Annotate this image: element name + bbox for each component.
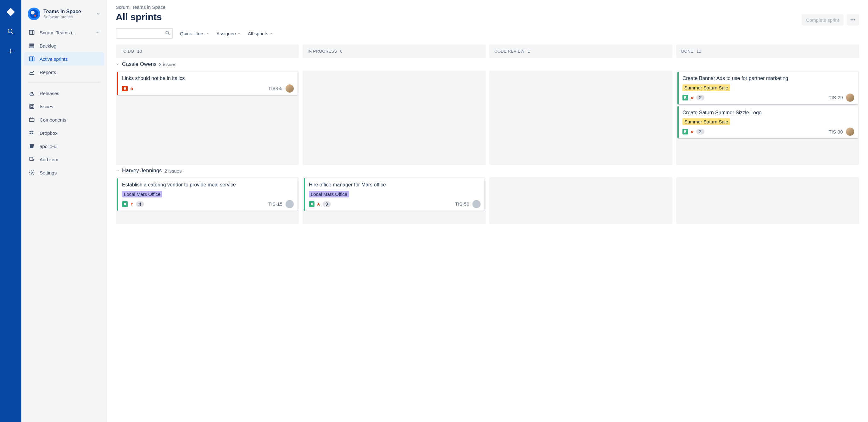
- sidebar-item-dropbox[interactable]: Dropbox: [24, 126, 104, 140]
- column-body-done[interactable]: [676, 177, 859, 224]
- nav-label: Reports: [40, 69, 56, 75]
- swimlane-header[interactable]: Harvey Jennings 2 issues: [116, 168, 859, 174]
- column-body-done[interactable]: Create Banner Ads to use for partner mar…: [676, 71, 859, 165]
- search-icon[interactable]: [5, 26, 17, 37]
- svg-line-1: [12, 32, 13, 34]
- sidebar-item-settings[interactable]: Settings: [24, 166, 104, 179]
- chevron-down-icon: [116, 62, 120, 66]
- nav-label: Backlog: [40, 43, 56, 49]
- swimlane-name: Cassie Owens: [122, 61, 157, 67]
- bitbucket-icon: [28, 143, 35, 149]
- column-body-todo[interactable]: Links should not be in italics TIS-55: [116, 71, 299, 165]
- filter-bar: Quick filters Assignee All sprints: [116, 28, 859, 39]
- board-selector[interactable]: Scrum: Teams i...: [24, 26, 104, 39]
- svg-rect-17: [30, 104, 34, 108]
- svg-rect-10: [30, 44, 34, 45]
- chevron-down-icon: [270, 31, 273, 35]
- card-title: Hire office manager for Mars office: [309, 181, 480, 188]
- story-type-icon: [682, 95, 688, 101]
- column-name: TO DO: [121, 49, 134, 54]
- issue-key: TIS-30: [829, 129, 843, 135]
- column-name: DONE: [681, 49, 693, 54]
- svg-point-28: [854, 19, 855, 20]
- jira-logo-icon[interactable]: [5, 6, 17, 18]
- sidebar-item-components[interactable]: Components: [24, 113, 104, 126]
- svg-rect-7: [30, 30, 34, 34]
- sidebar-item-reports[interactable]: Reports: [24, 65, 104, 79]
- sidebar-item-apollo-ui[interactable]: apollo-ui: [24, 140, 104, 153]
- swimlane-row: Links should not be in italics TIS-55: [116, 71, 859, 165]
- main-content: Scrum: Teams in Space All sprints Comple…: [107, 0, 868, 422]
- story-points-badge: 9: [323, 201, 331, 207]
- project-avatar-icon: [28, 7, 40, 20]
- create-icon[interactable]: [5, 45, 17, 57]
- card-label: Local Mars Office: [122, 191, 162, 197]
- card-label: Summer Saturn Sale: [682, 118, 730, 125]
- column-body-codereview[interactable]: [489, 177, 672, 224]
- quick-filters-dropdown[interactable]: Quick filters: [180, 31, 210, 36]
- column-body-inprogress[interactable]: Hire office manager for Mars office Loca…: [303, 177, 486, 224]
- project-switcher[interactable]: Teams in Space Software project: [24, 5, 104, 23]
- priority-highest-icon: [690, 130, 694, 134]
- column-header-todo[interactable]: TO DO 13: [116, 45, 299, 58]
- priority-highest-icon: [316, 202, 321, 206]
- assignee-avatar[interactable]: [846, 93, 854, 102]
- search-input-wrapper: [116, 28, 173, 39]
- svg-rect-18: [31, 106, 33, 108]
- complete-sprint-button[interactable]: Complete sprint: [802, 14, 843, 26]
- nav-label: Components: [40, 117, 66, 122]
- chevron-down-icon: [206, 31, 210, 35]
- nav-label: apollo-ui: [40, 144, 58, 149]
- nav-label: Issues: [40, 104, 53, 109]
- column-body-inprogress[interactable]: [303, 71, 486, 165]
- card-title: Establish a catering vendor to provide m…: [122, 181, 294, 188]
- nav-label: Releases: [40, 91, 59, 96]
- sidebar-item-backlog[interactable]: Backlog: [24, 39, 104, 52]
- issue-card[interactable]: Create Saturn Summer Sizzle Logo Summer …: [677, 106, 858, 139]
- issue-card[interactable]: Hire office manager for Mars office Loca…: [304, 178, 484, 211]
- assignee-avatar[interactable]: [472, 200, 480, 208]
- column-header-inprogress[interactable]: IN PROGRESS 6: [303, 45, 486, 58]
- sidebar-item-add-item[interactable]: Add item: [24, 153, 104, 166]
- assignee-avatar[interactable]: [285, 84, 294, 92]
- nav-label: Add item: [40, 157, 58, 162]
- column-body-codereview[interactable]: [489, 71, 672, 165]
- assignee-avatar[interactable]: [285, 200, 294, 208]
- chevron-down-icon: [116, 169, 120, 173]
- ship-icon: [28, 90, 35, 97]
- search-input[interactable]: [116, 28, 173, 39]
- reports-icon: [28, 69, 35, 76]
- svg-point-25: [31, 172, 33, 173]
- svg-point-6: [34, 15, 36, 17]
- chevron-down-icon: [95, 30, 100, 35]
- dropbox-icon: [28, 130, 35, 136]
- swimlane-name: Harvey Jennings: [122, 168, 162, 174]
- svg-point-31: [124, 87, 126, 90]
- nav-label: Dropbox: [40, 131, 58, 136]
- global-navigation-rail: [0, 0, 21, 422]
- more-actions-button[interactable]: [847, 14, 859, 26]
- priority-highest-icon: [130, 86, 134, 91]
- sprints-dropdown[interactable]: All sprints: [248, 31, 273, 36]
- issue-key: TIS-15: [268, 201, 282, 206]
- chevron-down-icon: [96, 12, 100, 16]
- assignee-avatar[interactable]: [846, 128, 854, 136]
- issue-key: TIS-55: [268, 86, 282, 91]
- column-header-codereview[interactable]: CODE REVIEW 1: [489, 45, 672, 58]
- svg-point-5: [31, 11, 35, 15]
- column-body-todo[interactable]: Establish a catering vendor to provide m…: [116, 177, 299, 224]
- sidebar-item-releases[interactable]: Releases: [24, 87, 104, 100]
- sidebar-item-issues[interactable]: Issues: [24, 100, 104, 113]
- column-header-done[interactable]: DONE 11: [676, 45, 859, 58]
- issue-card[interactable]: Create Banner Ads to use for partner mar…: [677, 72, 858, 104]
- card-label: Summer Saturn Sale: [682, 84, 730, 91]
- filter-label: All sprints: [248, 31, 268, 36]
- assignee-dropdown[interactable]: Assignee: [216, 31, 241, 36]
- backlog-icon: [28, 42, 35, 49]
- issue-key: TIS-50: [455, 201, 469, 206]
- issue-card[interactable]: Establish a catering vendor to provide m…: [117, 178, 298, 211]
- issue-card[interactable]: Links should not be in italics TIS-55: [117, 72, 298, 95]
- sidebar-item-active-sprints[interactable]: Active sprints: [24, 52, 104, 65]
- swimlane-header[interactable]: Cassie Owens 3 issues: [116, 61, 859, 67]
- breadcrumb[interactable]: Scrum: Teams in Space: [116, 4, 859, 10]
